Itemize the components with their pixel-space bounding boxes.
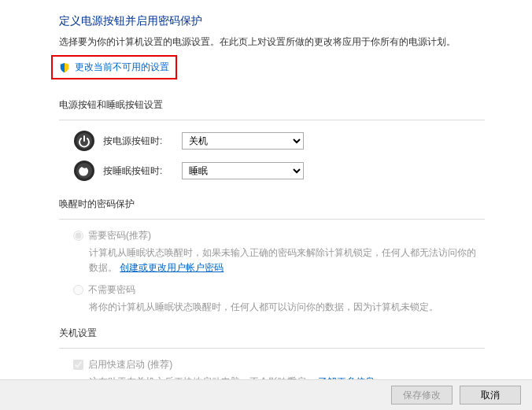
not-require-password-desc: 将你的计算机从睡眠状态唤醒时，任何人都可以访问你的数据，因为计算机未锁定。: [89, 300, 485, 315]
require-password-label: 需要密码(推荐): [88, 229, 151, 242]
divider: [59, 219, 485, 220]
require-password-radio-row: 需要密码(推荐): [73, 229, 485, 242]
sleep-button-row: 按睡眠按钮时: 睡眠: [73, 160, 485, 182]
page-title: 定义电源按钮并启用密码保护: [59, 14, 485, 28]
fast-startup-checkbox: [73, 360, 83, 370]
password-section-title: 唤醒时的密码保护: [59, 198, 485, 211]
power-icon: [73, 130, 95, 152]
sleep-icon: [73, 160, 95, 182]
footer-bar: 保存修改 取消: [0, 379, 532, 410]
shutdown-section-title: 关机设置: [59, 327, 485, 340]
fast-startup-label: 启用快速启动 (推荐): [88, 358, 172, 371]
power-button-row: 按电源按钮时: 关机: [73, 130, 485, 152]
create-change-password-link[interactable]: 创建或更改用户帐户密码: [120, 262, 224, 273]
cancel-button[interactable]: 取消: [460, 386, 521, 404]
divider: [59, 348, 485, 349]
not-require-password-radio: [73, 285, 83, 295]
power-button-dropdown[interactable]: 关机: [182, 132, 304, 150]
shield-icon: [59, 62, 70, 73]
change-settings-highlight: 更改当前不可用的设置: [51, 55, 177, 79]
not-require-password-radio-row: 不需要密码: [73, 283, 485, 297]
sleep-button-dropdown[interactable]: 睡眠: [182, 162, 304, 179]
require-password-radio: [73, 231, 83, 241]
power-button-label: 按电源按钮时:: [103, 135, 182, 148]
save-button: 保存修改: [391, 386, 453, 404]
not-require-password-label: 不需要密码: [88, 283, 135, 297]
divider: [59, 120, 485, 120]
power-button-section-title: 电源按钮和睡眠按钮设置: [59, 98, 485, 112]
require-password-desc: 计算机从睡眠状态唤醒时，如果未输入正确的密码来解除计算机锁定，任何人都无法访问你…: [89, 246, 485, 275]
page-description: 选择要为你的计算机设置的电源设置。在此页上对设置所做的更改将应用于你所有的电源计…: [59, 35, 485, 49]
fast-startup-row: 启用快速启动 (推荐): [73, 358, 485, 371]
sleep-button-label: 按睡眠按钮时:: [103, 164, 182, 178]
change-unavailable-settings-link[interactable]: 更改当前不可用的设置: [75, 61, 169, 74]
